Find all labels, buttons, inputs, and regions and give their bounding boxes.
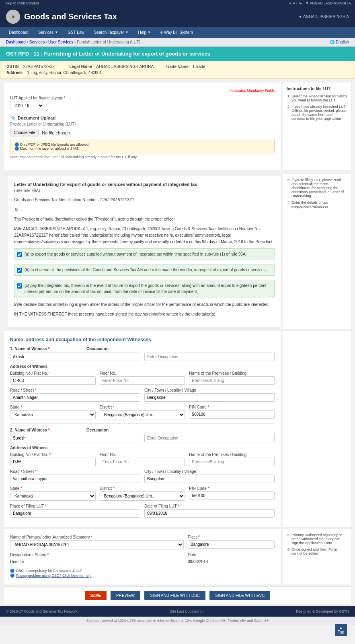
breadcrumb-services[interactable]: Services xyxy=(29,40,45,44)
witness2-state-select[interactable]: Karnataka xyxy=(10,491,96,501)
skip-main-link[interactable]: Skip to Main Content xyxy=(5,1,39,5)
witness2-road-label: Road / Street * xyxy=(10,469,140,474)
nav-help[interactable]: Help ▼ xyxy=(133,27,156,38)
nav-search-taxpayer[interactable]: Search Taxpayer ▼ xyxy=(89,27,133,38)
save-button[interactable]: SAVE xyxy=(85,591,107,600)
date-filing-input[interactable] xyxy=(144,509,275,518)
instructions-section-4: Primary Authorized signatory or other Au… xyxy=(283,529,351,584)
witness1-floor-label: Floor No. xyxy=(100,371,185,376)
instruction-4: Enter the details of two independent wit… xyxy=(291,200,347,208)
sign-dsc-button[interactable]: SIGN AND FILE WITH DSC xyxy=(144,591,205,600)
witness1-name-group xyxy=(10,353,140,361)
nav-gst-law[interactable]: GST Law xyxy=(63,27,89,38)
witness2-floor-group: Floor No. xyxy=(100,452,185,466)
breadcrumb-dashboard[interactable]: Dashboard xyxy=(6,40,26,44)
witness1-floor-input[interactable] xyxy=(100,376,185,385)
undertaking-text: I/We ANGAD JASBIRSINGH ARORA of 1, mg, e… xyxy=(14,226,275,245)
footer: © 2016-17 Goods and Services Tax Network… xyxy=(0,606,355,617)
witness2-floor-input[interactable] xyxy=(100,458,185,466)
nav-eway-bill[interactable]: e-Way Bill System xyxy=(156,27,198,38)
signatory-place-group: Place * xyxy=(188,535,275,549)
scroll-to-top[interactable]: ▲ Top xyxy=(335,624,347,625)
nav-services[interactable]: Services ▼ xyxy=(33,27,63,38)
signatory-date-label: Date xyxy=(188,553,275,557)
taxpayer-info: GSTIN – 22AJIPA1572E3ZT Legal Name – ANG… xyxy=(0,61,355,78)
to-text: To xyxy=(14,206,275,213)
footer-bottom: Site best viewed at 1024 x 768 resolutio… xyxy=(0,617,355,625)
font-normal-btn[interactable]: A xyxy=(289,1,291,5)
witness2-header: 2. Name of Witness * Occupation xyxy=(10,428,275,432)
witness1-district-select[interactable]: Bengaluru (Bangalore) Urb... xyxy=(100,410,185,419)
witness1-address-row2: Road / Street * City / Town / Locality /… xyxy=(10,388,275,402)
font-small-btn[interactable]: A- xyxy=(299,1,302,5)
checkbox-c[interactable] xyxy=(17,283,22,289)
president-text: The President of India (hereinafter call… xyxy=(14,216,275,223)
witness2-district-select[interactable]: Bengaluru (Bangalore) Urb... xyxy=(100,491,185,501)
witness1-city-input[interactable] xyxy=(144,393,275,402)
preview-button[interactable]: PREVIEW xyxy=(111,591,140,600)
witness2-road-group: Road / Street * xyxy=(10,469,140,483)
font-size-controls: A A+ A- xyxy=(289,1,302,5)
signatory-place-input[interactable] xyxy=(188,540,275,549)
page-title-bar: GST RFD - 11 : Furnishing of Letter of U… xyxy=(0,47,355,61)
top-bar: Skip to Main Content A A+ A- ▼ ANGAD JAS… xyxy=(0,0,355,6)
witness1-district-label: District * xyxy=(100,405,185,409)
place-filing-input[interactable] xyxy=(10,509,140,518)
file-size-info: 🔵 Maximum file size for upload is 2 MB xyxy=(14,147,270,151)
witness2-address-row1: Building No./ Flat No. * Floor No. Name … xyxy=(10,452,275,466)
witness2-state-group: State * Karnataka xyxy=(10,486,96,501)
witness2-address-row3: State * Karnataka District * Bengaluru (… xyxy=(10,486,275,501)
witness-text: IN THE WITNESS THEREOF these presents ha… xyxy=(14,311,275,318)
choose-file-button[interactable]: Choose File xyxy=(10,129,39,136)
signatory-designation-value: Director xyxy=(10,558,184,566)
language-selector[interactable]: 🌐 English xyxy=(330,40,349,44)
checkbox-b[interactable] xyxy=(17,268,22,273)
file-info-box: 🔵 Only PDF or JPEG file formats are allo… xyxy=(10,140,275,153)
nav-dashboard[interactable]: Dashboard xyxy=(4,27,33,38)
action-bar: SAVE PREVIEW SIGN AND FILE WITH DSC SIGN… xyxy=(4,586,351,604)
emblem-icon: 🏛 xyxy=(6,10,20,24)
witness2-name-row xyxy=(10,434,275,442)
signatory-date-value: 09/03/2018 xyxy=(188,558,275,566)
witness1-name-input[interactable] xyxy=(10,353,140,361)
witness1-occupation-input[interactable] xyxy=(144,353,275,361)
mandatory-note: * Indicates Mandatory Fields xyxy=(10,89,275,93)
witness1-state-select[interactable]: Karnataka xyxy=(10,410,96,419)
upload-icon: 📎 xyxy=(10,115,16,120)
witness2-city-input[interactable] xyxy=(144,475,275,483)
signatory-row-1: Name of Primary/ other Authorized Signat… xyxy=(10,535,275,549)
checkbox-a[interactable] xyxy=(17,252,22,257)
witness2-name-input[interactable] xyxy=(10,434,140,442)
font-large-btn[interactable]: A+ xyxy=(293,1,297,5)
gstin-value: 22AJIPA1572E3ZT xyxy=(23,64,57,69)
gstin-text: Goods and Services Tax Identification Nu… xyxy=(14,197,275,203)
witness2-occupation-input[interactable] xyxy=(144,434,275,442)
instructions-section-3 xyxy=(283,331,351,527)
user-menu-label[interactable]: ▼ ANGAD JASBIRSINGH A xyxy=(306,1,351,5)
breadcrumb: Dashboard › Services › User Services › F… xyxy=(6,40,140,44)
sign-evc-button[interactable]: SIGN AND FILE WITH EVC xyxy=(209,591,270,600)
witness1-road-group: Road / Street * xyxy=(10,388,140,402)
checkbox-b-row: (b) to observe all the provisions of the… xyxy=(14,264,275,276)
witness1-building-input[interactable] xyxy=(10,376,96,385)
help-arrow: ▼ xyxy=(148,31,151,34)
instruction-2: If you have already furnished LUT Offlin… xyxy=(291,105,347,121)
user-dropdown[interactable]: ▼ ANGAD JASBIRSINGH A xyxy=(298,14,349,19)
witness2-road-input[interactable] xyxy=(10,475,140,483)
dsc-help-link[interactable]: Facing problem using DSC? Click here for… xyxy=(16,574,92,578)
witness2-building-input[interactable] xyxy=(10,458,96,466)
witness1-road-input[interactable] xyxy=(10,393,140,402)
breadcrumb-user-services[interactable]: User Services xyxy=(48,40,73,44)
signatory-name-select[interactable]: ANGAD ARORA[AJIPA1572E] xyxy=(10,540,184,549)
lut-year-select[interactable]: 2017-18 xyxy=(10,101,44,110)
witness1-premises-group: Name of the Premises / Building xyxy=(189,371,275,385)
witness2-pin-input[interactable] xyxy=(189,491,275,500)
witness2-premises-input[interactable] xyxy=(189,458,275,466)
signatory-row-2: Designation / Status * Director Date 09/… xyxy=(10,553,275,566)
signatory-name-label: Name of Primary/ other Authorized Signat… xyxy=(10,535,184,539)
witness1-premises-input[interactable] xyxy=(189,376,275,385)
date-filing-group: Date of Filing LUT * xyxy=(144,504,275,518)
instruction-5: Primary Authorized signatory or other Au… xyxy=(291,533,347,545)
witness1-pin-group: PIN Code * xyxy=(189,405,275,419)
witness1-pin-input[interactable] xyxy=(189,410,275,419)
